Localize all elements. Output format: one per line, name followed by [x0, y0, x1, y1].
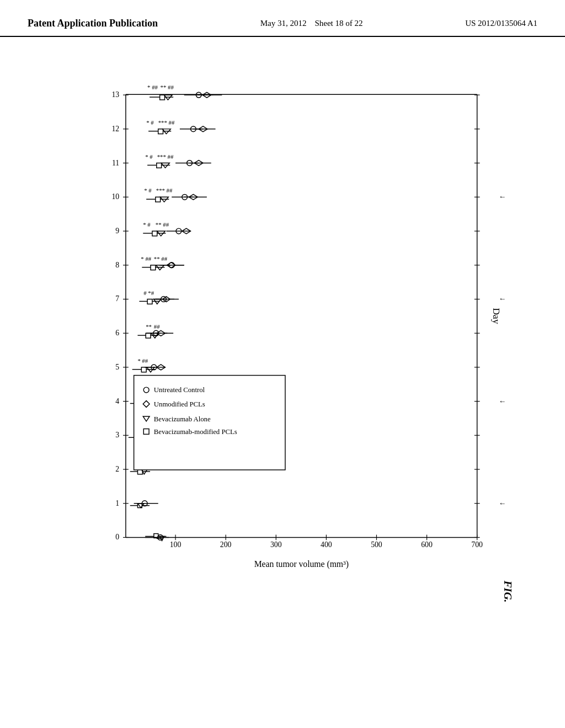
svg-text:300: 300: [270, 540, 282, 549]
svg-text:Day: Day: [491, 308, 502, 324]
svg-text:9: 9: [115, 227, 119, 235]
svg-text:13: 13: [111, 90, 119, 99]
svg-text:##: ##: [154, 324, 160, 330]
svg-text:*: *: [137, 357, 140, 364]
svg-text:←: ←: [499, 192, 507, 201]
svg-text:Unmodified PCLs: Unmodified PCLs: [154, 401, 205, 409]
svg-text:←: ←: [499, 499, 507, 507]
svg-text:* ##: * ##: [147, 84, 158, 91]
svg-text:10: 10: [111, 192, 119, 201]
svg-text:400: 400: [321, 540, 332, 549]
publication-date-sheet: May 31, 2012 Sheet 18 of 22: [260, 17, 363, 30]
svg-text:700: 700: [471, 540, 483, 549]
svg-text:3: 3: [115, 431, 119, 439]
svg-rect-137: [147, 299, 152, 304]
svg-text:200: 200: [220, 540, 232, 549]
svg-text:8: 8: [115, 261, 119, 269]
svg-text:Bevacizumab-modified PCLs: Bevacizumab-modified PCLs: [154, 429, 237, 436]
svg-text:500: 500: [371, 540, 382, 549]
svg-text:* ##: * ##: [141, 255, 151, 262]
svg-text:6: 6: [115, 329, 119, 337]
svg-text:##: ##: [142, 357, 148, 364]
svg-text:11: 11: [112, 159, 119, 167]
svg-text:←: ←: [499, 295, 507, 303]
svg-text:* #: * #: [146, 119, 154, 126]
svg-rect-148: [151, 265, 156, 270]
svg-text:** ##: ** ##: [154, 255, 168, 262]
svg-text:FIG. 9: FIG. 9: [502, 580, 514, 602]
page-header: Patent Application Publication May 31, 2…: [0, 0, 565, 37]
svg-rect-158: [152, 231, 157, 236]
svg-text:# *#: # *#: [143, 290, 154, 296]
svg-text:*** ##: *** ##: [156, 188, 173, 194]
svg-text:Untreated Control: Untreated Control: [154, 386, 205, 394]
svg-text:Bevacizumab Alone: Bevacizumab Alone: [154, 415, 211, 423]
svg-text:Mean tumor volume (mm³): Mean tumor volume (mm³): [254, 560, 349, 570]
svg-text:* #: * #: [145, 153, 153, 160]
svg-rect-206: [160, 95, 165, 100]
pub-date: May 31, 2012: [260, 19, 307, 28]
svg-text:** ##: ** ##: [156, 221, 169, 228]
svg-text:7: 7: [115, 295, 119, 303]
patent-number: US 2012/0135064 A1: [465, 17, 537, 30]
svg-rect-113: [141, 367, 146, 372]
svg-text:*** ##: *** ##: [158, 119, 175, 126]
sheet-info: Sheet 18 of 22: [315, 19, 363, 28]
main-content: .axis-line { stroke: #000; stroke-width:…: [0, 37, 565, 699]
svg-text:600: 600: [421, 540, 433, 549]
svg-text:12: 12: [111, 125, 119, 133]
svg-rect-170: [156, 197, 161, 202]
svg-text:**: **: [146, 324, 152, 330]
svg-text:* #: * #: [143, 221, 151, 228]
chart-svg: .axis-line { stroke: #000; stroke-width:…: [45, 73, 520, 602]
svg-rect-194: [158, 129, 163, 134]
chart-wrapper: .axis-line { stroke: #000; stroke-width:…: [45, 73, 520, 602]
svg-text:0: 0: [115, 533, 119, 542]
svg-text:5: 5: [115, 363, 119, 371]
svg-text:←: ←: [499, 397, 507, 405]
figure-container: .axis-line { stroke: #000; stroke-width:…: [29, 56, 536, 679]
publication-title: Patent Application Publication: [28, 17, 158, 30]
svg-text:100: 100: [170, 540, 182, 549]
svg-text:4: 4: [115, 397, 119, 405]
svg-rect-182: [157, 163, 162, 168]
svg-text:* #: * #: [144, 188, 152, 194]
svg-text:*** ##: *** ##: [157, 153, 174, 160]
svg-text:1: 1: [115, 499, 119, 507]
svg-text:2: 2: [115, 465, 119, 473]
svg-text:** ##: ** ##: [161, 84, 174, 91]
svg-rect-125: [146, 333, 151, 338]
